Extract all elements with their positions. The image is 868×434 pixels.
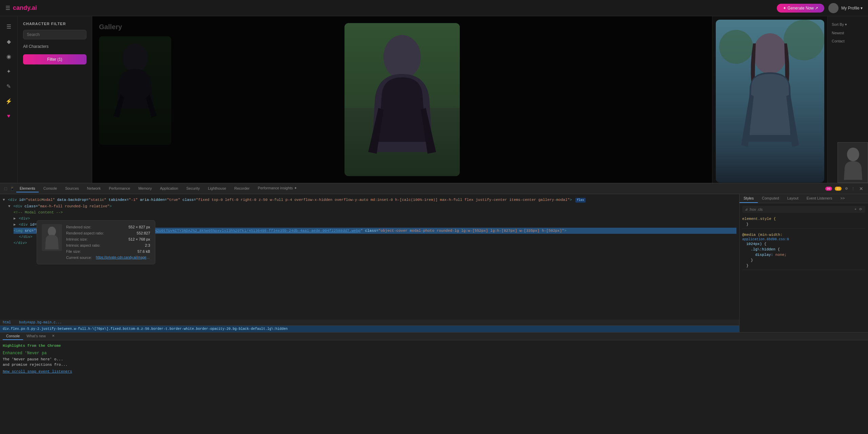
- css-rule-element-style: element.style { }: [742, 215, 865, 229]
- tooltip-rendered-aspect: Rendered aspect ratio: 552:827: [66, 230, 150, 236]
- devtools-tab-performance[interactable]: Performance: [105, 185, 134, 192]
- tooltip-rendered-size: Rendered size: 552 × 827 px: [66, 224, 150, 230]
- svg-point-11: [847, 148, 859, 161]
- devtools-close-button[interactable]: ✕: [857, 185, 865, 192]
- sidebar-icon-home[interactable]: ◆: [3, 35, 15, 48]
- sidebar-icon-edit[interactable]: ✎: [3, 80, 15, 92]
- username[interactable]: My Profile ▾: [841, 6, 863, 11]
- svg-point-4: [383, 35, 421, 79]
- devtools-tab-performance-insights[interactable]: Performance insights ✦: [254, 185, 300, 192]
- right-tab-layout[interactable]: Layout: [783, 194, 803, 203]
- right-tab-styles[interactable]: Styles: [739, 194, 758, 203]
- devtools-tab-recorder[interactable]: Recorder: [231, 185, 253, 192]
- generate-button[interactable]: ✦ Generate Now ↗: [777, 4, 824, 13]
- devtools-right-panel: Styles Computed Layout Event Listeners >…: [739, 194, 868, 332]
- newest-option[interactable]: Newest: [830, 29, 865, 37]
- devtools-topbar: ⬚ 📱 Elements Console Sources Network Per…: [0, 183, 868, 194]
- breadcrumb-body[interactable]: body#app.bg-main.c...: [19, 321, 62, 324]
- gallery-area: Gallery: [92, 16, 712, 183]
- css-selector-element: element.style {: [742, 217, 865, 221]
- css-hidden-close: }: [742, 258, 865, 263]
- devtools-settings-icon[interactable]: ⚙: [844, 186, 849, 191]
- devtools-badge-red: 99: [825, 187, 832, 191]
- styles-add-icon[interactable]: +: [854, 208, 857, 211]
- console-bottom-area: Console What's new ✕ Highlights from the…: [0, 332, 868, 434]
- devtools-tab-security[interactable]: Security: [183, 185, 203, 192]
- svg-point-8: [784, 20, 824, 60]
- css-display-prop: display: none;: [742, 252, 865, 258]
- html-line-3: <!-- Modal content -->: [3, 209, 736, 215]
- css-media-close: }: [742, 263, 865, 268]
- styles-filter-input[interactable]: [749, 207, 852, 211]
- devtools-styles-panel: ⊿ + ⟳ element.style { } @media (min-widt…: [739, 203, 868, 332]
- html-line-1[interactable]: ▼ <div id="staticModal" data-backdrop="s…: [3, 197, 736, 203]
- console-content: Highlights from the Chrome Enhanced 'Nev…: [0, 340, 868, 434]
- devtools-tab-network[interactable]: Network: [84, 185, 104, 192]
- filter-search-input[interactable]: [23, 30, 86, 39]
- right-tab-more[interactable]: >>: [836, 194, 849, 203]
- menu-icon[interactable]: ☰: [5, 5, 10, 11]
- large-preview-photo: [716, 20, 824, 183]
- devtools-tab-lighthouse[interactable]: Lighthouse: [204, 185, 230, 192]
- tooltip-intrinsic-size: Intrinsic size: 512 × 768 px: [66, 236, 150, 242]
- sidebar-icon-circle[interactable]: ◉: [3, 50, 15, 62]
- avatar[interactable]: [828, 3, 839, 13]
- console-tab-whats-new[interactable]: What's new: [23, 333, 49, 340]
- small-thumbnail: [837, 142, 868, 183]
- devtools-device-icon[interactable]: 📱: [9, 186, 15, 191]
- css-rule-close-element: }: [742, 222, 865, 227]
- devtools-right-tabs: Styles Computed Layout Event Listeners >…: [739, 194, 868, 203]
- svg-point-7: [719, 30, 753, 64]
- sidebar-icon-star[interactable]: ✦: [3, 65, 15, 77]
- devtools-tab-console[interactable]: Console: [40, 185, 60, 192]
- modal-overlay[interactable]: [92, 16, 712, 183]
- filter-title: Character Filter: [23, 22, 86, 26]
- tooltip-info: Rendered size: 552 × 827 px Rendered asp…: [66, 224, 150, 261]
- sidebar-icon-menu[interactable]: ☰: [3, 20, 15, 33]
- css-rule-media: @media (min-width: application.8bd98.css…: [742, 231, 865, 270]
- filter-panel: Character Filter All Characters Filter (…: [18, 16, 92, 183]
- css-media-query: @media (min-width:: [742, 233, 865, 237]
- tooltip-file-size: File size: 57.6 kB: [66, 248, 150, 254]
- console-close-icon[interactable]: ✕: [49, 333, 57, 340]
- devtools-badge-yellow: 21: [835, 187, 842, 191]
- sort-by-option[interactable]: Sort By ▾: [830, 20, 865, 29]
- html-line-2[interactable]: ▼ <div class="max-h-full rounded-lg rela…: [3, 203, 736, 209]
- devtools-tab-elements[interactable]: Elements: [16, 185, 39, 192]
- modal-photo: [344, 23, 460, 176]
- top-bar: ☰ candy.ai ✦ Generate Now ↗ My Profile ▾: [0, 0, 868, 16]
- new-scroll-link[interactable]: New scroll snap event listeners: [3, 370, 72, 374]
- console-msg-3: The 'Never pause here' o...: [3, 357, 865, 362]
- right-tab-computed[interactable]: Computed: [758, 194, 783, 203]
- devtools-more-icon[interactable]: ⋮: [850, 186, 856, 191]
- css-hidden-rule: .lg\:hidden {: [742, 247, 865, 252]
- css-source-link[interactable]: application.8bd98.css:8: [742, 238, 865, 241]
- css-media-value: 1024px) {: [742, 241, 865, 247]
- filter-all-characters[interactable]: All Characters: [23, 43, 86, 50]
- filter-apply-button[interactable]: Filter (1): [23, 54, 86, 64]
- right-tab-event-listeners[interactable]: Event Listeners: [803, 194, 836, 203]
- filter-icon: ⊿: [745, 207, 748, 211]
- tooltip-thumbnail: Rendered size: 552 × 827 px Rendered asp…: [42, 224, 150, 261]
- elements-breadcrumb: html body#app.bg-main.c...: [0, 320, 739, 326]
- devtools-inspect-icon[interactable]: ⬚: [3, 186, 8, 191]
- sidebar-icon-bolt[interactable]: ⚡: [3, 95, 15, 107]
- console-msg-2: Enhanced 'Never pa: [3, 351, 865, 356]
- modal-container: [344, 23, 460, 176]
- sidebar-icon-heart[interactable]: ♥: [3, 110, 15, 122]
- devtools-tab-application[interactable]: Application: [157, 185, 182, 192]
- tooltip-current-source: Current source: https://private-cdn.cand…: [66, 254, 150, 261]
- console-tab-bar: Console What's new ✕: [0, 333, 868, 340]
- breadcrumb-html[interactable]: html: [3, 321, 11, 324]
- highlight-bar: div.flex.px-5.py-2.justify-between.w-ful…: [0, 326, 739, 332]
- svg-point-9: [753, 33, 787, 74]
- contact-option[interactable]: Contact: [830, 37, 865, 45]
- console-tab-console[interactable]: Console: [3, 333, 23, 340]
- main-area: Character Filter All Characters Filter (…: [18, 16, 868, 183]
- image-tooltip: Rendered size: 552 × 827 px Rendered asp…: [37, 220, 155, 264]
- tooltip-intrinsic-aspect: Intrinsic aspect ratio: 2:3: [66, 242, 150, 248]
- devtools-tab-memory[interactable]: Memory: [135, 185, 155, 192]
- devtools-tab-sources[interactable]: Sources: [62, 185, 82, 192]
- app-logo: candy.ai: [13, 4, 37, 12]
- styles-refresh-icon[interactable]: ⟳: [859, 207, 863, 211]
